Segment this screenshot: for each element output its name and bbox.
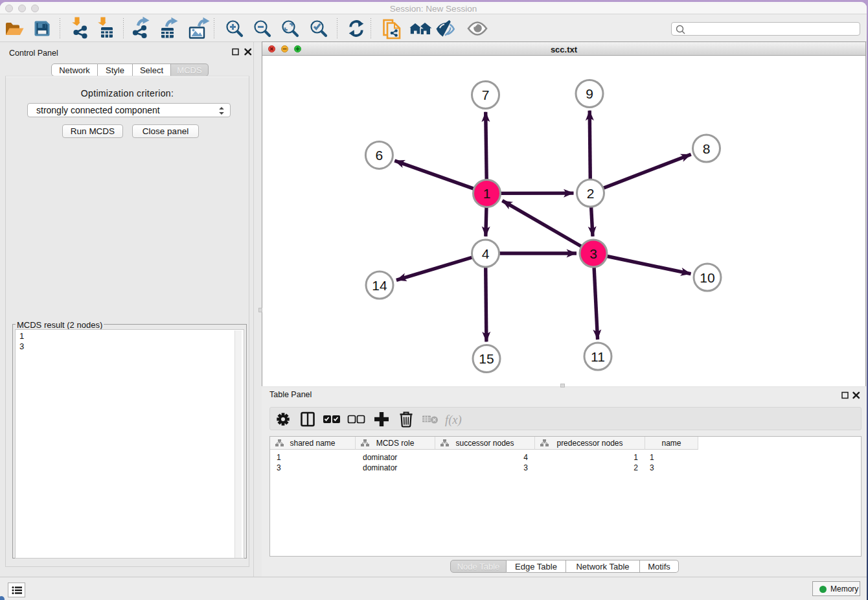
svg-text:10: 10: [700, 270, 714, 285]
svg-text:1: 1: [483, 186, 491, 201]
svg-text:4: 4: [482, 246, 490, 261]
svg-text:2: 2: [587, 186, 595, 201]
svg-text:3: 3: [589, 246, 597, 261]
svg-text:11: 11: [591, 349, 605, 364]
svg-text:6: 6: [376, 148, 383, 163]
svg-text:f(x): f(x): [445, 413, 462, 427]
svg-text:7: 7: [482, 87, 490, 102]
svg-text:15: 15: [479, 351, 494, 366]
svg-text:8: 8: [703, 141, 711, 156]
svg-text:14: 14: [372, 278, 387, 293]
svg-text:9: 9: [586, 86, 593, 101]
